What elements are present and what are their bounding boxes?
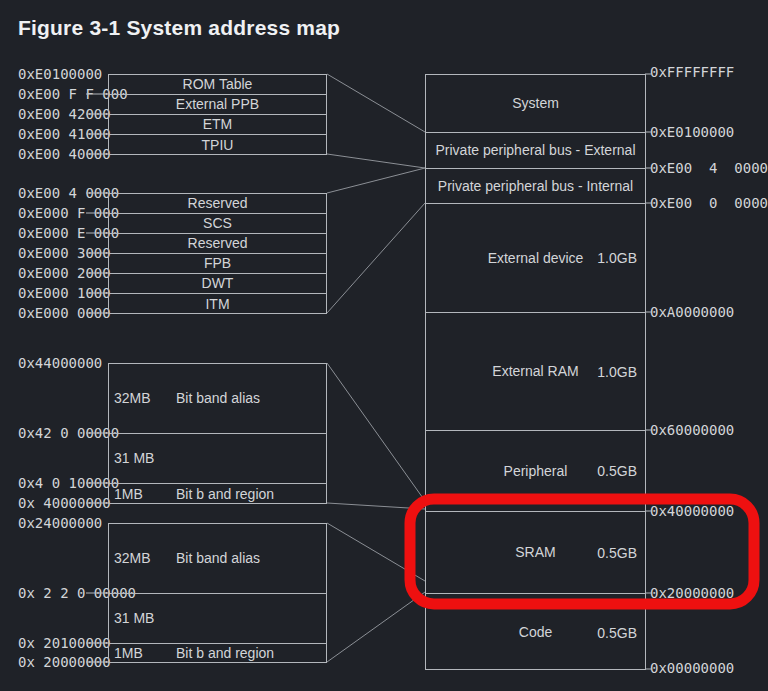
region-size-label: 0.5GB (597, 545, 637, 560)
memory-region-private-peripheral-bus-external: Private peripheral bus - External (426, 133, 645, 169)
address-label-internal-ppb-detail: 0xE000 2000 (18, 266, 111, 280)
address-label-peripheral-bit-band-detail: 0x44000000 (18, 356, 102, 370)
address-label-internal-ppb-detail: 0xE000 0000 (18, 306, 111, 320)
address-label-internal-ppb-detail: 0xE000 3000 (18, 246, 111, 260)
bit-band-region-label: Bit b and region (176, 487, 326, 502)
detail-row-label: ITM (205, 297, 229, 312)
region-name-label: Private peripheral bus - External (436, 143, 636, 158)
connector-line (327, 592, 425, 662)
detail-row: 32MBBit band alias (109, 524, 326, 594)
detail-row: 1MBBit b and region (109, 644, 326, 663)
memory-map-column: SystemPrivate peripheral bus - ExternalP… (425, 74, 646, 670)
connector-line (327, 154, 425, 168)
bit-band-size-label: 1MB (114, 487, 176, 502)
connector-line (327, 363, 425, 501)
address-label-internal-ppb-detail: 0xE00 4 0000 (18, 186, 119, 200)
detail-row: ROM Table (109, 75, 326, 95)
detail-row-label: ETM (203, 117, 233, 132)
address-label-right: 0x20000000 (650, 586, 734, 600)
address-label-external-ppb-detail: 0xE00 42000 (18, 107, 111, 121)
detail-box-external-ppb-detail: ROM TableExternal PPBETMTPIU (108, 74, 327, 155)
memory-region-external-ram: External RAM1.0GB (426, 313, 645, 431)
detail-box-sram-bit-band-detail: 32MBBit band alias31 MB1MBBit b and regi… (108, 523, 327, 663)
address-label-right: 0xE00 4 0000 (650, 161, 768, 175)
region-size-label: 0.5GB (597, 625, 637, 640)
region-name-label: Peripheral (504, 464, 568, 479)
address-label-right: 0x00000000 (650, 661, 734, 675)
bit-band-region-label: Bit b and region (176, 646, 326, 661)
detail-box-internal-ppb-detail: ReservedSCSReservedFPBDWTITM (108, 193, 327, 314)
region-name-label: SRAM (515, 545, 555, 560)
figure-title: Figure 3-1 System address map (18, 16, 340, 40)
address-label-external-ppb-detail: 0xE0100000 (18, 67, 102, 81)
bit-band-size-label: 31 MB (114, 611, 176, 626)
bit-band-size-label: 32MB (114, 391, 176, 406)
address-label-right: 0xE0100000 (650, 125, 734, 139)
region-size-label: 1.0GB (597, 364, 637, 379)
address-label-internal-ppb-detail: 0xE000 E 000 (18, 226, 119, 240)
region-name-label: System (512, 96, 559, 111)
detail-row: 31 MB (109, 594, 326, 644)
address-label-right: 0xE00 0 0000 (650, 196, 768, 210)
detail-row-label: SCS (203, 216, 232, 231)
address-label-right: 0x40000000 (650, 504, 734, 518)
detail-row-label: Reserved (188, 196, 248, 211)
detail-box-peripheral-bit-band-detail: 32MBBit band alias31 MB1MBBit b and regi… (108, 363, 327, 504)
detail-row-label: FPB (204, 256, 231, 271)
address-label-sram-bit-band-detail: 0x24000000 (18, 516, 102, 530)
address-label-sram-bit-band-detail: 0x 20000000 (18, 655, 111, 669)
memory-region-code: Code0.5GB (426, 594, 645, 670)
address-label-peripheral-bit-band-detail: 0x 40000000 (18, 496, 111, 510)
address-label-sram-bit-band-detail: 0x 20100000 (18, 636, 111, 650)
address-label-peripheral-bit-band-detail: 0x4 0 100000 (18, 476, 119, 490)
region-size-label: 1.0GB (597, 251, 637, 266)
detail-row-label: TPIU (202, 138, 234, 153)
detail-row: Reserved (109, 234, 326, 254)
detail-row: ETM (109, 115, 326, 135)
detail-row: 32MBBit band alias (109, 364, 326, 434)
bit-band-size-label: 1MB (114, 646, 176, 661)
detail-row: 1MBBit b and region (109, 484, 326, 504)
region-name-label: External device (488, 251, 584, 266)
memory-region-external-device: External device1.0GB (426, 204, 645, 313)
detail-row-label: ROM Table (183, 77, 253, 92)
address-label-right: 0xFFFFFFFF (650, 65, 734, 79)
detail-row-label: External PPB (176, 97, 259, 112)
memory-region-sram: SRAM0.5GB (426, 512, 645, 594)
address-label-right: 0xA0000000 (650, 305, 734, 319)
connector-line (327, 523, 425, 581)
detail-row: FPB (109, 254, 326, 274)
region-name-label: Code (519, 625, 552, 640)
address-label-peripheral-bit-band-detail: 0x42 0 00000 (18, 426, 119, 440)
region-name-label: Private peripheral bus - Internal (438, 179, 633, 194)
region-name-label: External RAM (492, 364, 578, 379)
detail-row: ITM (109, 294, 326, 314)
connector-line (327, 503, 425, 509)
address-label-internal-ppb-detail: 0xE000 1000 (18, 286, 111, 300)
bit-band-region-label: Bit band alias (176, 391, 326, 406)
detail-row: DWT (109, 274, 326, 294)
address-label-internal-ppb-detail: 0xE000 F 000 (18, 206, 119, 220)
detail-row: TPIU (109, 135, 326, 155)
address-label-external-ppb-detail: 0xE00 41000 (18, 127, 111, 141)
detail-row-label: Reserved (188, 236, 248, 251)
connector-line (327, 203, 425, 313)
address-label-right: 0x60000000 (650, 423, 734, 437)
memory-region-peripheral: Peripheral0.5GB (426, 431, 645, 512)
bit-band-size-label: 31 MB (114, 451, 176, 466)
connector-line (327, 168, 425, 193)
detail-row-label: DWT (202, 276, 234, 291)
region-size-label: 0.5GB (597, 464, 637, 479)
bit-band-region-label: Bit band alias (176, 551, 326, 566)
detail-row: 31 MB (109, 434, 326, 484)
figure-canvas: Figure 3-1 System address map 0xE0100000… (0, 0, 768, 691)
memory-region-private-peripheral-bus-internal: Private peripheral bus - Internal (426, 169, 645, 204)
address-label-external-ppb-detail: 0xE00 40000 (18, 147, 111, 161)
memory-region-system: System (426, 75, 645, 133)
detail-row: External PPB (109, 95, 326, 115)
bit-band-size-label: 32MB (114, 551, 176, 566)
detail-row: Reserved (109, 194, 326, 214)
connector-line (327, 74, 425, 132)
detail-row: SCS (109, 214, 326, 234)
